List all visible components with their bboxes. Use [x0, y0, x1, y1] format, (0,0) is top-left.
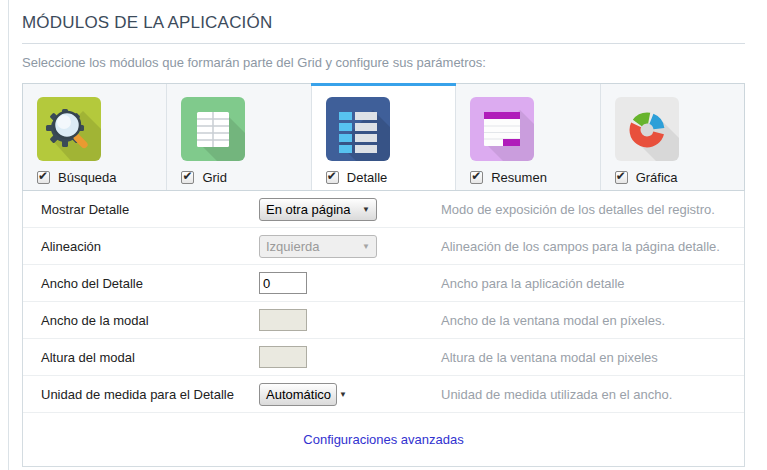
- donut-chart-icon: [615, 97, 679, 161]
- grafica-label: Gráfica: [636, 170, 678, 185]
- tab-detalle[interactable]: Detalle: [312, 84, 456, 190]
- chevron-down-icon: ▼: [362, 205, 370, 214]
- busqueda-label: Búsqueda: [58, 170, 117, 185]
- detalle-settings-form: Mostrar Detalle En otra página ▼ Modo de…: [22, 191, 745, 467]
- ancho-modal-input-disabled: [259, 309, 307, 331]
- grid-checkbox[interactable]: [181, 171, 194, 184]
- field-label: Ancho de la modal: [41, 313, 259, 328]
- field-help: Ancho para la aplicación detalle: [441, 276, 625, 291]
- detail-list-icon: [326, 97, 390, 161]
- modules-panel: MÓDULOS DE LA APLICACIÓN Seleccione los …: [22, 0, 745, 467]
- resumen-checkbox[interactable]: [470, 171, 483, 184]
- field-label: Ancho del Detalle: [41, 276, 259, 291]
- chevron-down-icon: ▼: [362, 242, 370, 251]
- panel-header: MÓDULOS DE LA APLICACIÓN: [22, 0, 745, 44]
- row-mostrar-detalle: Mostrar Detalle En otra página ▼ Modo de…: [23, 191, 744, 228]
- field-label: Unidad de medida para el Detalle: [41, 387, 259, 402]
- grid-table-icon: [181, 97, 245, 161]
- alineacion-select-disabled: Izquierda ▼: [259, 235, 377, 258]
- row-unidad-medida: Unidad de medida para el Detalle Automát…: [23, 376, 744, 413]
- chevron-down-icon: ▼: [339, 390, 347, 399]
- detalle-label: Detalle: [347, 170, 387, 185]
- ancho-detalle-input[interactable]: [259, 272, 307, 294]
- field-help: Unidad de medida utilizada en el ancho.: [441, 387, 672, 402]
- tab-grafica[interactable]: Gráfica: [601, 84, 744, 190]
- field-label: Mostrar Detalle: [41, 202, 259, 217]
- unidad-medida-select[interactable]: Automático ▼: [259, 383, 337, 406]
- altura-modal-input-disabled: [259, 346, 307, 368]
- search-gear-icon: [37, 97, 101, 161]
- field-label: Altura del modal: [41, 350, 259, 365]
- summary-table-icon: [470, 97, 534, 161]
- panel-left-border: [8, 0, 9, 470]
- page-title: MÓDULOS DE LA APLICACIÓN: [22, 13, 745, 33]
- grafica-checkbox[interactable]: [615, 171, 628, 184]
- field-help: Altura de la ventana modal en pixeles: [441, 350, 658, 365]
- field-label: Alineación: [41, 239, 259, 254]
- page-subtitle: Seleccione los módulos que formarán part…: [22, 55, 745, 70]
- field-help: Modo de exposición de los detalles del r…: [441, 202, 715, 217]
- grid-label: Grid: [202, 170, 227, 185]
- field-help: Ancho de la ventana modal en píxeles.: [441, 313, 665, 328]
- resumen-label: Resumen: [491, 170, 547, 185]
- module-tabs: Búsqueda Grid: [22, 83, 745, 191]
- row-alineacion: Alineación Izquierda ▼ Alineación de los…: [23, 228, 744, 265]
- field-help: Alineación de los campos para la página …: [441, 239, 720, 254]
- detalle-checkbox[interactable]: [326, 171, 339, 184]
- advanced-settings-area: Configuraciones avanzadas: [23, 413, 744, 466]
- mostrar-detalle-select[interactable]: En otra página ▼: [259, 198, 377, 221]
- busqueda-checkbox[interactable]: [37, 171, 50, 184]
- advanced-settings-link[interactable]: Configuraciones avanzadas: [303, 432, 463, 447]
- tab-grid[interactable]: Grid: [167, 84, 311, 190]
- row-ancho-modal: Ancho de la modal Ancho de la ventana mo…: [23, 302, 744, 339]
- tab-resumen[interactable]: Resumen: [456, 84, 600, 190]
- row-altura-modal: Altura del modal Altura de la ventana mo…: [23, 339, 744, 376]
- row-ancho-detalle: Ancho del Detalle Ancho para la aplicaci…: [23, 265, 744, 302]
- tab-busqueda[interactable]: Búsqueda: [23, 84, 167, 190]
